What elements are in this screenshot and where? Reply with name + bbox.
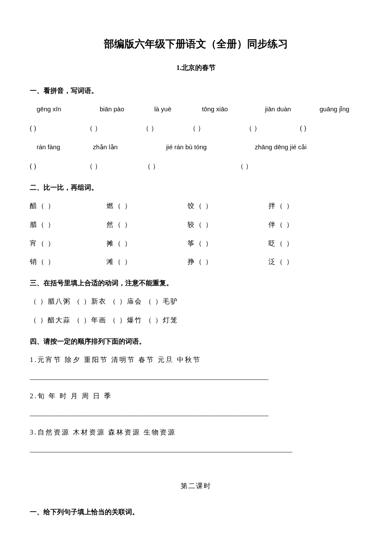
document-title: 部编版六年级下册语文（全册）同步练习: [30, 36, 362, 52]
section-1-heading: 一、看拼音，写词语。: [30, 85, 362, 96]
blank-paren[interactable]: （ ）: [189, 123, 245, 134]
blank-line-1[interactable]: ________________________________________…: [30, 371, 362, 382]
blank-paren[interactable]: ( ): [30, 123, 86, 134]
verb-row-2[interactable]: （ ）醋大蒜 （ ）年画 （ ）爆竹 （ ）灯笼: [30, 315, 362, 326]
blank-paren[interactable]: （ ）: [86, 123, 142, 134]
compare-cell[interactable]: 摊（ ）: [107, 238, 187, 249]
paren-row-1: ( ) （ ） （ ） （ ） （ ） ( ): [30, 123, 362, 134]
blank-paren[interactable]: ( ): [300, 123, 306, 134]
ordering-item-3: 3.自然资源 木材资源 森林资源 生物资源: [30, 427, 362, 438]
pinyin-item: rán fàng: [37, 142, 93, 152]
pinyin-item: biān pào: [100, 104, 154, 114]
pinyin-item: jié rán bù tóng: [166, 142, 255, 152]
section-4-heading: 四、请按一定的顺序排列下面的词语。: [30, 336, 362, 347]
compare-row: 宵（ ） 摊（ ） 筝（ ） 眨（ ）: [30, 238, 362, 249]
pinyin-item: guāng jǐng: [320, 104, 349, 114]
compare-cell[interactable]: 饺（ ）: [187, 200, 268, 211]
compare-cell[interactable]: 销（ ）: [30, 256, 107, 267]
pinyin-row-2: rán fàng zhǎn lǎn jié rán bù tóng zhāng …: [30, 142, 362, 152]
compare-cell[interactable]: 宵（ ）: [30, 238, 107, 249]
compare-row: 销（ ） 滩（ ） 挣（ ） 泛（ ）: [30, 256, 362, 267]
compare-cell[interactable]: 拌（ ）: [268, 200, 294, 211]
blank-paren[interactable]: （ ）: [245, 123, 300, 134]
pinyin-row-1: gēng xīn biān pào là yuè tōng xiāo jiān …: [30, 104, 362, 114]
compare-cell[interactable]: 腊（ ）: [30, 219, 107, 230]
compare-row: 醋（ ） 燃（ ） 饺（ ） 拌（ ）: [30, 200, 362, 211]
pinyin-item: tōng xiāo: [202, 104, 265, 114]
compare-cell[interactable]: 筝（ ）: [187, 238, 268, 249]
compare-cell[interactable]: 较（ ）: [187, 219, 268, 230]
lesson-2-title: 第二课时: [30, 481, 362, 492]
pinyin-item: gēng xīn: [37, 104, 100, 114]
pinyin-item: jiān duàn: [265, 104, 320, 114]
section-2-heading: 二、比一比，再组词。: [30, 182, 362, 193]
verb-row-1[interactable]: （ ）腊八粥 （ ）新衣 （ ）庙会 （ ）毛驴: [30, 296, 362, 307]
ordering-item-1: 1.元宵节 除夕 重阳节 清明节 春节 元旦 中秋节: [30, 354, 362, 365]
blank-paren[interactable]: （ ）: [144, 161, 237, 172]
ordering-item-2: 2.旬 年 时 月 周 日 季: [30, 391, 362, 402]
pinyin-item: zhǎn lǎn: [93, 142, 166, 152]
blank-paren[interactable]: （ ）: [142, 123, 189, 134]
blank-line-2[interactable]: ________________________________________…: [30, 408, 362, 419]
compare-cell[interactable]: 燃（ ）: [107, 200, 187, 211]
pinyin-item: zhāng dēng jié cǎi: [255, 142, 307, 152]
compare-cell[interactable]: 挣（ ）: [187, 256, 268, 267]
compare-cell[interactable]: 伴（ ）: [268, 219, 294, 230]
document-subtitle: 1.北京的春节: [30, 62, 362, 73]
blank-paren[interactable]: （ ）: [86, 161, 144, 172]
blank-line-3[interactable]: ________________________________________…: [30, 444, 362, 455]
lesson2-section-1-heading: 一、给下列句子填上恰当的关联词。: [30, 507, 362, 518]
compare-cell[interactable]: 然（ ）: [107, 219, 187, 230]
compare-cell[interactable]: 醋（ ）: [30, 200, 107, 211]
pinyin-item: là yuè: [154, 104, 202, 114]
compare-cell[interactable]: 泛（ ）: [268, 256, 294, 267]
compare-cell[interactable]: 滩（ ）: [107, 256, 187, 267]
compare-cell[interactable]: 眨（ ）: [268, 238, 294, 249]
blank-paren[interactable]: ( ): [30, 161, 86, 172]
section-3-heading: 三、在括号里填上合适的动词，注意不能重复。: [30, 278, 362, 289]
paren-row-2: ( ) （ ） （ ） （ ）: [30, 161, 362, 172]
compare-row: 腊（ ） 然（ ） 较（ ） 伴（ ）: [30, 219, 362, 230]
blank-paren[interactable]: （ ）: [237, 161, 252, 172]
